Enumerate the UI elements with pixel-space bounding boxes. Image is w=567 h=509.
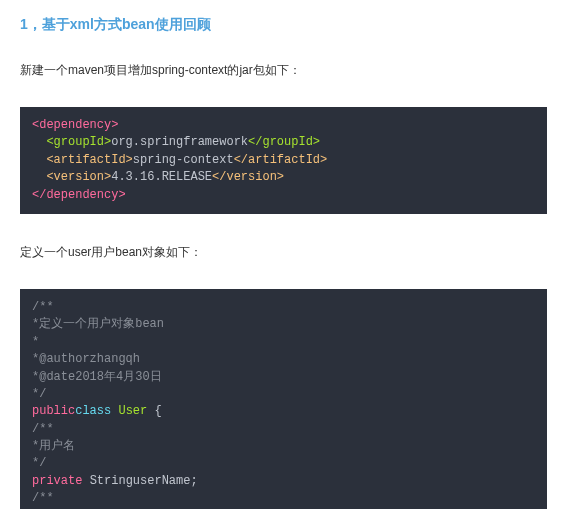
java-brace: { <box>154 404 161 418</box>
java-comment: /** <box>32 300 54 314</box>
code-block-java: /** *定义一个用户对象bean * *@authorzhangqh *@da… <box>20 289 547 509</box>
java-comment: */ <box>32 456 46 470</box>
paragraph-intro-1: 新建一个maven项目增加spring-context的jar包如下： <box>20 62 547 79</box>
java-comment: *定义一个用户对象bean <box>32 317 164 331</box>
xml-tag: <version> <box>46 170 111 184</box>
xml-text: org.springframework <box>111 135 248 149</box>
java-classname: User <box>118 404 147 418</box>
xml-tag: <dependency> <box>32 118 118 132</box>
section-heading: 1，基于xml方式bean使用回顾 <box>20 16 547 34</box>
xml-tag: </dependency> <box>32 188 126 202</box>
java-comment: *用户名 <box>32 439 75 453</box>
paragraph-intro-2: 定义一个user用户bean对象如下： <box>20 244 547 261</box>
java-keyword: private <box>32 474 82 488</box>
xml-tag: <artifactId> <box>46 153 132 167</box>
java-field: StringuserName; <box>90 474 198 488</box>
java-comment: /** <box>32 422 54 436</box>
xml-tag: <groupId> <box>46 135 111 149</box>
xml-tag: </artifactId> <box>234 153 328 167</box>
xml-text: 4.3.16.RELEASE <box>111 170 212 184</box>
xml-tag: </groupId> <box>248 135 320 149</box>
java-comment: *@date2018年4月30日 <box>32 370 162 384</box>
java-keyword: class <box>75 404 111 418</box>
java-comment: * <box>32 335 39 349</box>
xml-text: spring-context <box>133 153 234 167</box>
code-block-xml: <dependency> <groupId>org.springframewor… <box>20 107 547 214</box>
java-comment: /** <box>32 491 54 505</box>
xml-tag: </version> <box>212 170 284 184</box>
java-comment: *@authorzhangqh <box>32 352 140 366</box>
java-comment: */ <box>32 387 46 401</box>
java-keyword: public <box>32 404 75 418</box>
